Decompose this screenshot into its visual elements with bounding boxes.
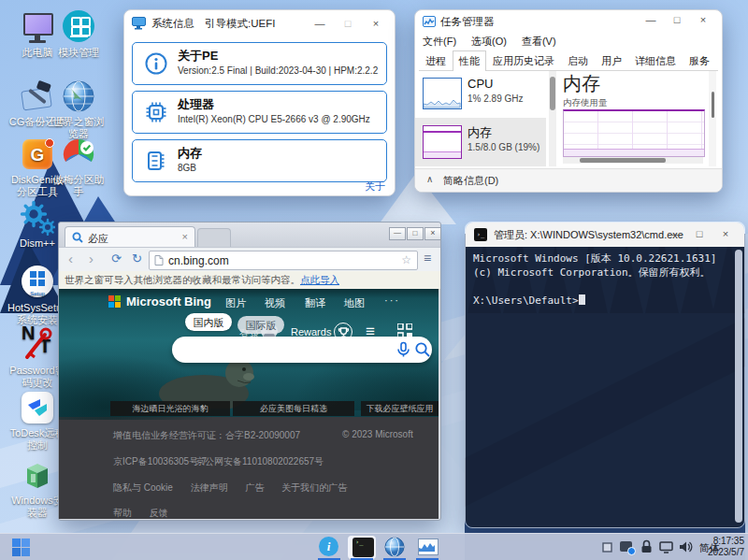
image-caption-mid[interactable]: 必应美图每日精选: [233, 401, 354, 416]
privacy-link[interactable]: 隐私与 Cookie: [113, 482, 173, 493]
collapse-caret-icon: ∧: [426, 174, 433, 184]
bing-nav-videos[interactable]: 视频: [265, 296, 285, 310]
tab-users[interactable]: 用户: [595, 50, 628, 72]
volume-tray-icon[interactable]: [679, 540, 693, 553]
bing-nav-translate[interactable]: 翻译: [305, 296, 325, 310]
maximize-button[interactable]: □: [664, 8, 690, 31]
icon-label: Dism++: [20, 237, 55, 249]
close-button[interactable]: ×: [363, 10, 389, 36]
cmd-scrollbar[interactable]: [735, 250, 742, 523]
bing-nav-maps[interactable]: 地图: [344, 296, 365, 310]
bing-brand[interactable]: Microsoft Bing: [126, 294, 211, 309]
forward-button[interactable]: ›: [89, 251, 94, 266]
refresh-button[interactable]: ⟳: [111, 251, 122, 266]
task-manager-titlebar[interactable]: 任务管理器 — □ ×: [415, 10, 722, 33]
tab-startup[interactable]: 启动: [561, 50, 595, 72]
installer-box-icon: [20, 457, 55, 493]
browser-maximize-button[interactable]: □: [407, 227, 424, 240]
ads-link[interactable]: 广告: [245, 482, 264, 493]
bing-header: Microsoft Bing 图片 视频 翻译 地图 ···: [59, 293, 439, 311]
search-favicon: [72, 232, 83, 243]
desktop-icon-partition-assistant[interactable]: 傲梅分区助手: [49, 136, 108, 198]
icon-label: 傲梅分区助手: [53, 174, 105, 197]
menu-view[interactable]: 查看(V): [522, 35, 556, 49]
system-info-titlebar[interactable]: 系统信息 引导模式:UEFI — □ ×: [124, 10, 395, 36]
browser-close-button[interactable]: ×: [424, 227, 441, 240]
tab-services[interactable]: 服务: [683, 50, 716, 72]
taskbar-app-sysinfo[interactable]: i: [315, 536, 343, 558]
search-box[interactable]: [172, 337, 432, 363]
fewer-details-toggle[interactable]: 简略信息(D): [443, 174, 498, 188]
import-link[interactable]: 点此导入: [300, 274, 339, 287]
tab-details[interactable]: 详细信息: [628, 50, 683, 72]
tab-close-icon[interactable]: ×: [182, 231, 188, 242]
cpu-card[interactable]: 处理器 Intel(R) Xeon(R) CPU E5-2666 v3 @ 2.…: [132, 91, 387, 134]
reload-button[interactable]: ↻: [132, 251, 142, 266]
back-button[interactable]: ‹: [68, 251, 73, 266]
maximize-button[interactable]: □: [686, 222, 712, 246]
start-button[interactable]: [11, 538, 32, 558]
minimize-button[interactable]: —: [307, 10, 333, 36]
image-caption-left[interactable]: 海边晒日光浴的海豹: [110, 401, 230, 416]
search-icon[interactable]: [414, 341, 431, 358]
about-pe-card[interactable]: 关于PE Version:2.5 Final | Build:2023-04-3…: [132, 42, 387, 85]
boot-mode-label: 引导模式:UEFI: [205, 17, 275, 31]
tray-square-icon[interactable]: [602, 542, 612, 553]
image-caption-right[interactable]: 下载必应壁纸应用: [361, 401, 439, 416]
address-bar[interactable]: cn.bing.com ☆: [149, 251, 418, 270]
taskbar-app-cmd[interactable]: ›_: [348, 536, 376, 559]
lock-tray-icon[interactable]: [640, 539, 653, 553]
card-detail: 8GB: [178, 163, 196, 173]
minimize-button[interactable]: —: [638, 8, 664, 31]
info-icon: i: [319, 537, 338, 556]
tab-app-history[interactable]: 应用历史记录: [486, 50, 561, 72]
bing-footer: 增值电信业务经营许可证：合字B2-20090007 © 2023 Microso…: [59, 417, 439, 519]
cmd-cursor: [579, 294, 585, 305]
clock[interactable]: 8:17:35 2023/5/7: [694, 536, 744, 559]
menu-options[interactable]: 选项(O): [471, 35, 507, 49]
mic-icon[interactable]: [395, 341, 411, 358]
bookmark-star-icon[interactable]: ☆: [401, 253, 411, 266]
perf-cpu-item[interactable]: CPU 1% 2.89 GHz: [415, 71, 546, 118]
browser-menu-icon[interactable]: ≡: [424, 251, 431, 266]
domestic-pill[interactable]: 国内版: [185, 313, 232, 331]
police-link[interactable]: 京公网安备11010802022657号: [195, 455, 324, 468]
browser-tab[interactable]: 必应 ×: [65, 226, 195, 248]
perf-list-scrollbar[interactable]: [549, 71, 556, 166]
perf-memory-item[interactable]: 内存 1.5/8.0 GB (19%): [415, 118, 546, 166]
bing-nav-more-icon[interactable]: ···: [384, 294, 400, 306]
cmd-body[interactable]: Microsoft Windows [版本 10.0.22621.1631] (…: [466, 247, 744, 527]
intl-pill[interactable]: 国际版: [237, 316, 284, 334]
icp-link[interactable]: 京ICP备10036305号-7: [113, 455, 207, 468]
window-title: 任务管理器: [440, 15, 495, 29]
desktop-icon-module-manager[interactable]: 模块管理: [49, 9, 108, 59]
bing-nav-images[interactable]: 图片: [225, 296, 246, 310]
tab-performance[interactable]: 性能: [453, 50, 486, 72]
help-link[interactable]: 帮助: [113, 508, 132, 518]
minimize-button[interactable]: —: [660, 222, 686, 246]
desktop-icon-world-browser[interactable]: 世界之窗浏览器: [49, 79, 108, 140]
new-tab-button[interactable]: [197, 228, 231, 248]
memory-card[interactable]: 内存 8GB: [132, 139, 387, 182]
cmd-titlebar[interactable]: ›_ 管理员: X:\WINDOWS\system32\cmd.exe — □ …: [466, 223, 744, 247]
icon-label: Password密码更改: [9, 365, 65, 388]
network-tray-icon[interactable]: [659, 541, 673, 553]
memory-usage-graph: [563, 109, 705, 157]
browser-minimize-button[interactable]: —: [389, 227, 406, 240]
panel-scrollbar[interactable]: [709, 71, 716, 166]
close-button[interactable]: ×: [712, 222, 739, 246]
tab-processes[interactable]: 进程: [419, 50, 453, 72]
memory-graph-hscrollbar[interactable]: [563, 157, 703, 164]
todesk-icon: [20, 390, 55, 425]
close-button[interactable]: ×: [690, 8, 716, 31]
feedback-link[interactable]: 反馈: [150, 508, 168, 518]
about-ads-link[interactable]: 关于我们的广告: [281, 482, 347, 493]
icon-label: ToDesk远程控制: [10, 427, 65, 451]
taskbar-app-browser[interactable]: [381, 536, 409, 558]
menu-file[interactable]: 文件(F): [423, 35, 456, 49]
maximize-button[interactable]: □: [335, 10, 361, 36]
taskbar-app-taskmgr[interactable]: [413, 536, 441, 558]
about-link[interactable]: 关于: [365, 179, 385, 194]
ime-tray-icon[interactable]: [620, 541, 632, 552]
legal-link[interactable]: 法律声明: [191, 482, 228, 493]
